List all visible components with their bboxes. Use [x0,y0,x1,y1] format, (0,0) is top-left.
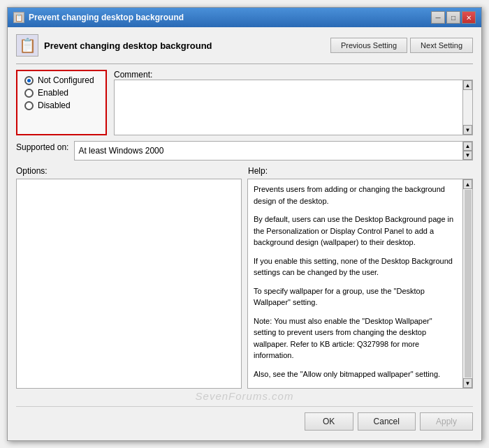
watermark: SevenForums.com [16,389,473,403]
maximize-button[interactable]: □ [446,11,460,24]
help-para-1: Prevents users from adding or changing t… [254,184,457,207]
supported-scrollbar: ▲ ▼ [462,142,472,160]
help-scroll-up[interactable]: ▲ [463,179,472,189]
help-scroll-thumb [465,190,472,378]
title-controls: ─ □ ✕ [431,11,476,24]
title-bar-left: 📋 Prevent changing desktop background [13,12,184,23]
supported-value-box: At least Windows 2000 ▲ ▼ [74,141,473,160]
next-setting-button[interactable]: Next Setting [410,38,473,53]
ok-button[interactable]: OK [305,412,353,431]
help-panel: Prevents users from adding or changing t… [247,179,473,389]
header-title-row: 📋 Prevent changing desktop background [16,34,212,57]
help-para-2: By default, users can use the Desktop Ba… [254,214,457,248]
help-para-4: To specify wallpaper for a group, use th… [254,285,457,308]
comment-label: Comment: [114,70,473,80]
main-window: 📋 Prevent changing desktop background ─ … [7,7,482,441]
supported-value: At least Windows 2000 [78,146,163,156]
policy-icon: 📋 [16,34,38,57]
cancel-button[interactable]: Cancel [358,412,416,431]
radio-disabled[interactable]: Disabled [24,100,98,110]
window-icon: 📋 [13,12,24,23]
window-title: Prevent changing desktop background [29,13,184,22]
help-para-3: If you enable this setting, none of the … [254,255,457,278]
help-label: Help: [248,166,473,176]
options-panel [16,179,242,389]
help-scroll-down[interactable]: ▼ [463,378,472,388]
footer-buttons: OK Cancel Apply [16,406,473,433]
options-help-labels: Options: Help: [16,166,473,176]
header-divider [16,64,473,64]
close-button[interactable]: ✕ [462,11,476,24]
top-header: 📋 Prevent changing desktop background Pr… [16,34,473,57]
radio-label-not-configured: Not Configured [38,75,94,85]
comment-scrollbar: ▲ ▼ [463,80,473,135]
radio-options-box: Not Configured Enabled Disabled [16,70,107,135]
comment-scroll-down[interactable]: ▼ [463,125,472,135]
radio-label-enabled: Enabled [38,88,68,98]
content-area: 📋 Prevent changing desktop background Pr… [8,27,481,440]
radio-circle-enabled [24,89,34,98]
title-bar: 📋 Prevent changing desktop background ─ … [8,8,481,27]
policy-title: Prevent changing desktop background [44,40,212,51]
apply-button[interactable]: Apply [420,412,473,431]
radio-enabled[interactable]: Enabled [24,88,98,98]
radio-label-disabled: Disabled [38,100,71,110]
supported-scroll-down[interactable]: ▼ [463,151,472,160]
comment-textarea[interactable] [114,80,463,135]
comment-field-wrap: ▲ ▼ [114,80,473,135]
radio-circle-not-configured [24,76,34,85]
options-label: Options: [16,166,241,176]
comment-scroll-up[interactable]: ▲ [463,80,472,90]
help-scrollbar: ▲ ▼ [462,179,472,388]
panels-row: Prevents users from adding or changing t… [16,179,473,389]
nav-buttons: Previous Setting Next Setting [330,38,473,53]
radio-comment-row: Not Configured Enabled Disabled Comment: [16,70,473,135]
minimize-button[interactable]: ─ [431,11,445,24]
radio-circle-disabled [24,101,34,110]
supported-label: Supported on: [16,141,68,152]
previous-setting-button[interactable]: Previous Setting [330,38,407,53]
comment-section: Comment: ▲ ▼ [114,70,473,135]
help-text-area: Prevents users from adding or changing t… [248,179,462,388]
supported-row: Supported on: At least Windows 2000 ▲ ▼ [16,141,473,160]
help-para-5: Note: You must also enable the "Desktop … [254,315,457,361]
supported-scroll-up[interactable]: ▲ [463,142,472,151]
radio-not-configured[interactable]: Not Configured [24,75,98,85]
help-para-6: Also, see the "Allow only bitmapped wall… [254,368,457,380]
